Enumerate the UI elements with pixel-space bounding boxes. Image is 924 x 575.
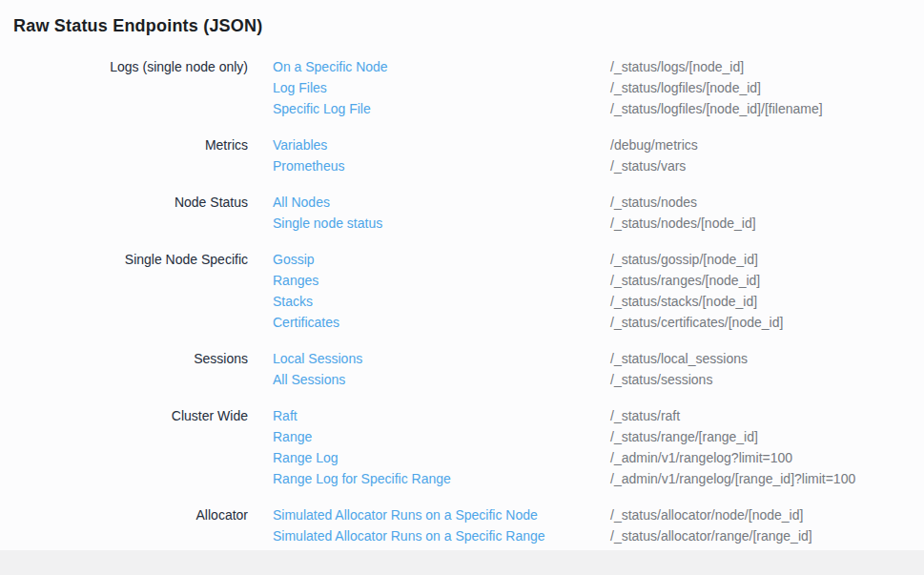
- endpoint-link[interactable]: On a Specific Node: [273, 56, 610, 77]
- debug-endpoints-page: Raw Status Endpoints (JSON) Logs (single…: [0, 0, 924, 550]
- endpoint-path: /_status/gossip/[node_id]: [610, 249, 758, 270]
- group-rows: Variables/debug/metricsPrometheus/_statu…: [273, 134, 698, 176]
- group-category-label: Node Status: [13, 192, 248, 234]
- endpoint-path: /_status/raft: [610, 405, 680, 426]
- endpoint-link[interactable]: Stacks: [273, 291, 610, 312]
- endpoint-link[interactable]: Simulated Allocator Runs on a Specific R…: [273, 525, 610, 546]
- endpoint-row: Variables/debug/metrics: [273, 134, 698, 155]
- endpoint-link[interactable]: All Nodes: [273, 192, 610, 213]
- endpoint-group: Cluster WideRaft/_status/raftRange/_stat…: [13, 405, 924, 489]
- endpoint-path: /_status/logs/[node_id]: [610, 56, 744, 77]
- endpoint-path: /_status/ranges/[node_id]: [610, 270, 760, 291]
- endpoint-path: /_status/allocator/range/[range_id]: [610, 525, 812, 546]
- endpoint-link[interactable]: Prometheus: [273, 155, 610, 176]
- endpoint-path: /_status/vars: [610, 155, 686, 176]
- endpoint-path: /_status/nodes/[node_id]: [610, 213, 756, 234]
- endpoint-row: Simulated Allocator Runs on a Specific N…: [273, 504, 812, 525]
- endpoint-row: Stacks/_status/stacks/[node_id]: [273, 291, 783, 312]
- group-category-label: Allocator: [13, 504, 248, 546]
- endpoint-row: Specific Log File/_status/logfiles/[node…: [273, 98, 823, 119]
- endpoint-row: Ranges/_status/ranges/[node_id]: [273, 270, 783, 291]
- endpoint-link[interactable]: Gossip: [273, 249, 610, 270]
- endpoint-path: /_status/local_sessions: [610, 348, 748, 369]
- endpoint-path: /_status/nodes: [610, 192, 697, 213]
- group-category-label: Sessions: [13, 348, 248, 390]
- endpoint-row: Range/_status/range/[range_id]: [273, 426, 855, 447]
- endpoint-groups: Logs (single node only)On a Specific Nod…: [13, 56, 924, 546]
- group-rows: Simulated Allocator Runs on a Specific N…: [273, 504, 812, 546]
- endpoint-group: SessionsLocal Sessions/_status/local_ses…: [13, 348, 924, 390]
- endpoint-link[interactable]: Raft: [273, 405, 610, 426]
- group-rows: Local Sessions/_status/local_sessionsAll…: [273, 348, 748, 390]
- endpoint-path: /_admin/v1/rangelog?limit=100: [610, 447, 792, 468]
- endpoint-group: AllocatorSimulated Allocator Runs on a S…: [13, 504, 924, 546]
- group-rows: Gossip/_status/gossip/[node_id]Ranges/_s…: [273, 249, 783, 333]
- endpoint-group: Logs (single node only)On a Specific Nod…: [13, 56, 924, 119]
- endpoint-row: All Nodes/_status/nodes: [273, 192, 756, 213]
- endpoint-group: MetricsVariables/debug/metricsPrometheus…: [13, 134, 924, 176]
- endpoint-path: /_status/logfiles/[node_id]/[filename]: [610, 98, 823, 119]
- endpoint-row: Log Files/_status/logfiles/[node_id]: [273, 77, 823, 98]
- endpoint-row: Certificates/_status/certificates/[node_…: [273, 312, 783, 333]
- endpoint-row: Simulated Allocator Runs on a Specific R…: [273, 525, 812, 546]
- group-category-label: Single Node Specific: [13, 249, 248, 333]
- endpoint-path: /_status/range/[range_id]: [610, 426, 758, 447]
- bottom-band: [0, 550, 924, 575]
- endpoint-row: Prometheus/_status/vars: [273, 155, 698, 176]
- page-title: Raw Status Endpoints (JSON): [13, 14, 924, 37]
- endpoint-link[interactable]: Variables: [273, 134, 610, 155]
- endpoint-row: All Sessions/_status/sessions: [273, 369, 748, 390]
- endpoint-path: /_status/sessions: [610, 369, 712, 390]
- group-rows: All Nodes/_status/nodesSingle node statu…: [273, 192, 756, 234]
- endpoint-link[interactable]: All Sessions: [273, 369, 610, 390]
- group-category-label: Cluster Wide: [13, 405, 248, 489]
- endpoint-row: Local Sessions/_status/local_sessions: [273, 348, 748, 369]
- endpoint-link[interactable]: Local Sessions: [273, 348, 610, 369]
- endpoint-link[interactable]: Range: [273, 426, 610, 447]
- endpoint-path: /debug/metrics: [610, 134, 698, 155]
- endpoint-row: Range Log for Specific Range/_admin/v1/r…: [273, 468, 855, 489]
- endpoint-link[interactable]: Simulated Allocator Runs on a Specific N…: [273, 504, 610, 525]
- endpoint-path: /_status/allocator/node/[node_id]: [610, 504, 803, 525]
- endpoint-group: Single Node SpecificGossip/_status/gossi…: [13, 249, 924, 333]
- endpoint-row: Gossip/_status/gossip/[node_id]: [273, 249, 783, 270]
- endpoint-row: Raft/_status/raft: [273, 405, 855, 426]
- endpoint-group: Node StatusAll Nodes/_status/nodesSingle…: [13, 192, 924, 234]
- endpoint-link[interactable]: Range Log: [273, 447, 610, 468]
- endpoint-link[interactable]: Log Files: [273, 77, 610, 98]
- group-category-label: Metrics: [13, 134, 248, 176]
- endpoint-link[interactable]: Single node status: [273, 213, 610, 234]
- endpoint-link[interactable]: Certificates: [273, 312, 610, 333]
- endpoint-path: /_status/certificates/[node_id]: [610, 312, 783, 333]
- endpoint-row: Range Log/_admin/v1/rangelog?limit=100: [273, 447, 855, 468]
- endpoint-row: On a Specific Node/_status/logs/[node_id…: [273, 56, 823, 77]
- group-category-label: Logs (single node only): [13, 56, 248, 119]
- endpoint-link[interactable]: Specific Log File: [273, 98, 610, 119]
- group-rows: Raft/_status/raftRange/_status/range/[ra…: [273, 405, 855, 489]
- group-rows: On a Specific Node/_status/logs/[node_id…: [273, 56, 823, 119]
- endpoint-path: /_status/stacks/[node_id]: [610, 291, 757, 312]
- endpoint-row: Single node status/_status/nodes/[node_i…: [273, 213, 756, 234]
- endpoint-link[interactable]: Range Log for Specific Range: [273, 468, 610, 489]
- endpoint-path: /_admin/v1/rangelog/[range_id]?limit=100: [610, 468, 855, 489]
- endpoint-link[interactable]: Ranges: [273, 270, 610, 291]
- endpoint-path: /_status/logfiles/[node_id]: [610, 77, 761, 98]
